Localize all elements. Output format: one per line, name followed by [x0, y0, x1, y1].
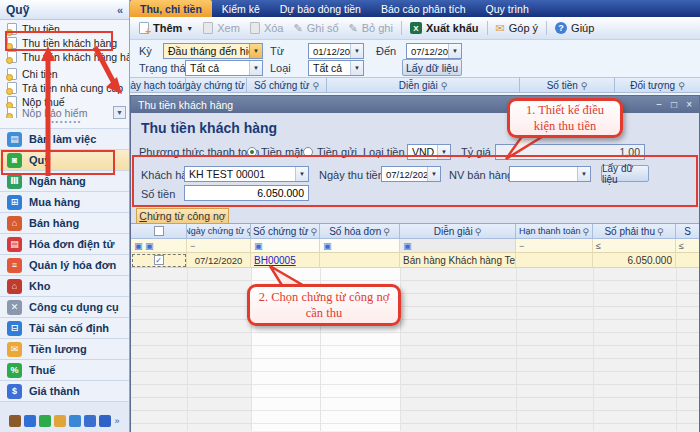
- help-button[interactable]: ? Giúp: [550, 20, 599, 36]
- minimize-icon[interactable]: −: [656, 99, 662, 110]
- column-header[interactable]: Số hóa đơn: [320, 224, 400, 239]
- from-date-select[interactable]: 01/12/2020 ▼: [308, 43, 364, 59]
- column-header[interactable]: Diễn giải: [400, 224, 516, 239]
- sidebar-nav-cong-cu-dung-cu[interactable]: ✕ Công cụ dụng cụ: [0, 296, 129, 317]
- document-link[interactable]: BH00005: [254, 255, 296, 266]
- add-button[interactable]: Thêm ▼: [134, 20, 198, 36]
- money-bag-icon[interactable]: [39, 415, 51, 427]
- pin-icon: [383, 226, 390, 237]
- to-date-select[interactable]: 07/12/2020 ▼: [406, 43, 462, 59]
- close-icon[interactable]: ×: [686, 99, 692, 110]
- maximize-icon[interactable]: □: [671, 99, 677, 110]
- bank-icon: Ⅲ: [7, 174, 22, 189]
- load-data-button[interactable]: Lấy dữ liệu: [402, 59, 462, 76]
- filter-cell[interactable]: ▣: [251, 239, 320, 253]
- filter-cell[interactable]: ▣: [400, 239, 516, 253]
- sidebar-nav-tien-luong[interactable]: ✉ Tiền lương: [0, 338, 129, 359]
- checkbox-icon[interactable]: [154, 226, 164, 236]
- column-header[interactable]: Diễn giải: [327, 77, 520, 93]
- period-select[interactable]: Đầu tháng đến hiện tại ▼: [163, 43, 263, 59]
- tab-thu-chi-tien[interactable]: Thu, chi tiền: [130, 0, 212, 17]
- delete-label: Xóa: [264, 22, 284, 34]
- nav-label: Bán hàng: [29, 217, 79, 229]
- pen-cross-icon: ✎: [349, 22, 358, 35]
- column-header[interactable]: Số chứng từ: [251, 224, 320, 239]
- column-header[interactable]: Đối tượng: [615, 77, 700, 93]
- sidebar-item-chi-tien[interactable]: Chi tiền: [0, 66, 129, 81]
- tab-du-bao-dong-tien[interactable]: Dự báo dòng tiền: [270, 0, 371, 17]
- nav-label: Tiền lương: [29, 343, 87, 355]
- device-icon[interactable]: [84, 415, 96, 427]
- column-header[interactable]: Số chứng từ: [247, 77, 327, 93]
- payroll-icon: ✉: [7, 342, 22, 357]
- dialog-heading: Thu tiền khách hàng: [141, 120, 277, 136]
- column-header[interactable]: Số phải thu: [593, 224, 676, 239]
- sidebar-item-thu-tien-hang-loat[interactable]: Thu tiền khách hàng hàng l...: [0, 49, 129, 64]
- sidebar-nav-ban-hang[interactable]: ⌂ Bán hàng: [0, 212, 129, 233]
- filter-cell[interactable]: −: [187, 239, 251, 253]
- employee-icon[interactable]: [54, 415, 66, 427]
- filter-cell[interactable]: ≤: [593, 239, 676, 253]
- more-chevron-icon[interactable]: »: [114, 415, 119, 427]
- journal-icon[interactable]: [9, 415, 21, 427]
- unpost-button[interactable]: ✎ Bỏ ghi: [344, 20, 398, 37]
- splitter-handle[interactable]: ••••••••: [0, 118, 129, 125]
- column-header[interactable]: Ngày chứng từ: [186, 77, 247, 93]
- column-header[interactable]: Số tiền: [520, 77, 615, 93]
- pen-icon: ✎: [293, 22, 302, 35]
- delete-button[interactable]: Xóa: [245, 20, 289, 36]
- export-button[interactable]: X Xuất khẩu: [405, 20, 484, 36]
- sidebar-item-label: Trả tiền nhà cung cấp: [22, 82, 123, 94]
- column-header[interactable]: Ngày hạch toán: [130, 77, 186, 93]
- checkbox-checked-icon[interactable]: [154, 255, 164, 265]
- unpost-label: Bỏ ghi: [362, 22, 393, 34]
- filter-cell[interactable]: ≤: [676, 239, 699, 253]
- customer-icon[interactable]: [69, 415, 81, 427]
- toolbar-separator: [546, 21, 547, 35]
- tax-icon: %: [7, 363, 22, 378]
- nav-label: Giá thành: [29, 385, 80, 397]
- sidebar-nav-mua-hang[interactable]: ⊞ Mua hàng: [0, 191, 129, 212]
- debt-documents-grid: Ngày chứng từ Số chứng từ Số hóa đơn Diễ…: [131, 223, 699, 432]
- column-header[interactable]: Hạn thanh toán: [516, 224, 593, 239]
- tab-kiem-ke[interactable]: Kiểm kê: [212, 0, 270, 17]
- row-extra-cell: [676, 253, 699, 268]
- collapse-sidebar-icon[interactable]: «: [117, 4, 123, 16]
- pin-icon: [581, 80, 588, 91]
- drawer-icon[interactable]: [24, 415, 36, 427]
- nav-label: Tài sản cố định: [29, 322, 109, 334]
- feedback-button[interactable]: ✉ Góp ý: [491, 20, 544, 37]
- filter-cell[interactable]: ▣: [320, 239, 400, 253]
- sidebar-nav-hoa-don-dien-tu[interactable]: ▤ Hóa đơn điện tử: [0, 233, 129, 254]
- view-document-icon: [203, 22, 213, 34]
- pin-icon: [313, 80, 320, 91]
- sidebar-item-nop-thue[interactable]: Nộp thuế: [0, 94, 129, 109]
- sidebar-nav-kho[interactable]: ⌂ Kho: [0, 275, 129, 296]
- sidebar-nav-quan-ly-hoa-don[interactable]: ≡ Quản lý hóa đơn: [0, 254, 129, 275]
- sidebar-item-nop-bao-hiem[interactable]: Nộp bảo hiểm: [0, 108, 129, 118]
- select-all-header[interactable]: [131, 224, 187, 239]
- nav-label: Quản lý hóa đơn: [29, 259, 116, 271]
- row-select-cell[interactable]: [131, 253, 187, 268]
- checklist-icon[interactable]: [99, 415, 111, 427]
- sidebar-item-tra-tien-ncc[interactable]: Trả tiền nhà cung cấp: [0, 80, 129, 95]
- status-select[interactable]: Tất cả ▼: [185, 60, 263, 76]
- debt-grid-row[interactable]: 07/12/2020 BH00005 Bán hàng Khách hàng T…: [131, 253, 699, 268]
- sidebar-nav-gia-thanh[interactable]: $ Giá thành: [0, 380, 129, 401]
- to-date-value: 07/12/2020: [407, 46, 448, 57]
- column-header[interactable]: Ngày chứng từ: [187, 224, 251, 239]
- type-select[interactable]: Tất cả ▼: [308, 60, 364, 76]
- post-button[interactable]: ✎ Ghi sổ: [288, 20, 343, 37]
- column-header[interactable]: S: [676, 224, 699, 239]
- view-button[interactable]: Xem: [198, 20, 245, 36]
- sidebar-nav-thue[interactable]: % Thuế: [0, 359, 129, 380]
- tab-bao-cao-phan-tich[interactable]: Báo cáo phân tích: [371, 0, 476, 17]
- sidebar-nav-ban-lam-viec[interactable]: ▤ Bàn làm việc: [0, 128, 129, 149]
- sidebar-nav-tai-san-co-dinh[interactable]: ⊟ Tài sản cố định: [0, 317, 129, 338]
- filter-cell[interactable]: ▣ ▣: [131, 239, 187, 253]
- debt-grid-header: Ngày chứng từ Số chứng từ Số hóa đơn Diễ…: [131, 224, 699, 239]
- chevron-down-icon: ▼: [249, 44, 262, 58]
- tab-quy-trinh[interactable]: Quy trình: [476, 0, 539, 17]
- filter-cell[interactable]: −: [516, 239, 593, 253]
- tab-chung-tu-cong-no[interactable]: Chứng từ công nợ: [136, 208, 229, 223]
